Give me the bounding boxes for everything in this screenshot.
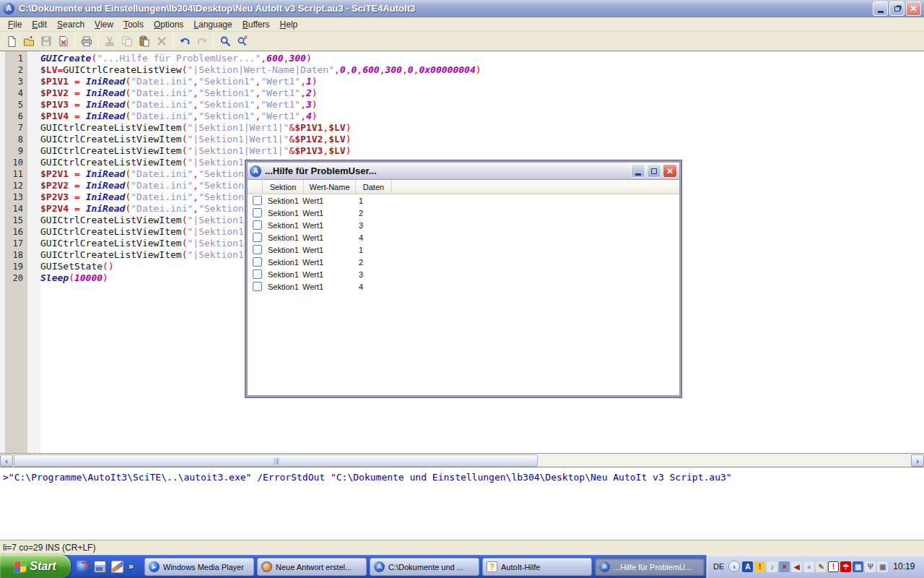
find-button[interactable] [217, 33, 233, 49]
taskbar-button-2[interactable]: Neue Antwort erstel... [257, 558, 367, 576]
cell-wert-name: Wert1 [302, 209, 354, 217]
audio-utility-icon[interactable]: ♪ [767, 561, 777, 572]
close-file-icon [58, 35, 69, 47]
find-replace-button[interactable] [234, 33, 250, 49]
row-checkbox[interactable] [253, 282, 262, 291]
menu-edit[interactable]: Edit [27, 18, 52, 31]
listview-row[interactable]: Sektion1Wert14 [248, 231, 679, 243]
quick-launch-overflow-chevron[interactable]: » [128, 561, 134, 571]
line-number: 6 [5, 111, 27, 122]
close-button[interactable]: ✕ [906, 1, 921, 16]
code-line[interactable]: 2$LV=GUICtrlCreateListView("|Sektion|Wer… [0, 64, 924, 76]
print-button[interactable] [78, 33, 95, 49]
restore-button[interactable] [889, 1, 905, 16]
popup-maximize-button[interactable] [647, 164, 661, 178]
language-indicator[interactable]: DE [711, 561, 726, 572]
code-text: GUISetState() [40, 261, 114, 272]
code-line[interactable]: 7GUICtrlCreateListViewItem("|Sektion1|We… [0, 122, 924, 134]
listview-row[interactable]: Sektion1Wert12 [248, 207, 679, 219]
listview-row[interactable]: Sektion1Wert11 [248, 243, 679, 256]
new-document-icon [6, 35, 17, 47]
scroll-right-button[interactable]: › [911, 454, 924, 467]
code-line[interactable]: 3$P1V1 = IniRead("Datei.ini","Sektion1",… [0, 76, 924, 87]
row-checkbox[interactable] [253, 269, 262, 279]
taskbar-clock[interactable]: 10:19 [893, 561, 915, 571]
listview-row[interactable]: Sektion1Wert12 [248, 256, 679, 268]
taskbar: Start » Windows Media PlayerNeue Antwort… [0, 555, 924, 578]
output-pane[interactable]: >"C:\Programme\AutoIt3\SciTE\..\autoit3.… [0, 467, 924, 540]
popup-close-button[interactable]: ✕ [663, 164, 677, 178]
undo-button[interactable] [176, 33, 193, 49]
listview[interactable]: SektionWert-NameDaten Sektion1Wert11Sekt… [248, 180, 679, 378]
delete-icon [156, 35, 167, 47]
taskbar-button-1[interactable]: Windows Media Player [144, 558, 254, 576]
listview-row[interactable]: Sektion1Wert11 [248, 194, 679, 207]
menu-search[interactable]: Search [52, 18, 90, 31]
wireless-network-icon[interactable]: Ψ [865, 561, 876, 572]
ime-window-icon[interactable]: ▦ [853, 561, 863, 572]
autoit-popup-icon [250, 165, 261, 177]
menu-tools[interactable]: Tools [118, 18, 149, 31]
muted-speaker-icon[interactable]: ● [803, 561, 814, 572]
autoit-tray-icon[interactable]: A [742, 561, 753, 572]
row-checkbox[interactable] [253, 196, 262, 205]
code-line[interactable]: 8GUICtrlCreateListViewItem("|Sektion1|We… [0, 134, 924, 145]
quick-launch-show-desktop-icon[interactable] [94, 561, 106, 573]
row-checkbox[interactable] [253, 245, 262, 254]
column-header-wert-name[interactable]: Wert-Name [304, 180, 356, 194]
quick-launch-media-icon[interactable] [111, 561, 123, 573]
code-line[interactable]: 6$P1V4 = IniRead("Datei.ini","Sektion1",… [0, 111, 924, 122]
start-button[interactable]: Start [0, 555, 71, 578]
tablet-pen-icon[interactable]: ✎ [816, 561, 827, 572]
listview-header-blank[interactable] [248, 180, 263, 194]
taskbar-button-3[interactable]: C:\Dokumente und ... [370, 558, 479, 576]
display-settings-icon[interactable]: ▣ [877, 561, 888, 572]
row-checkbox[interactable] [253, 257, 262, 267]
quick-launch-browser-icon[interactable] [77, 561, 89, 573]
code-line[interactable]: 4$P1V2 = IniRead("Datei.ini","Sektion1",… [0, 87, 924, 99]
open-file-button[interactable] [20, 33, 37, 49]
row-checkbox[interactable] [253, 208, 262, 217]
menu-file[interactable]: File [3, 18, 27, 31]
cell-wert-name: Wert1 [302, 246, 354, 254]
column-header-daten[interactable]: Daten [356, 180, 392, 194]
cell-sektion: Sektion1 [262, 221, 302, 230]
cell-sektion: Sektion1 [262, 197, 302, 205]
column-header-sektion[interactable]: Sektion [263, 180, 304, 194]
scroll-left-button[interactable]: ‹ [0, 454, 13, 467]
code-line[interactable]: 5$P1V3 = IniRead("Datei.ini","Sektion1",… [0, 99, 924, 111]
menu-language[interactable]: Language [188, 18, 237, 31]
volume-icon[interactable]: ◀ [791, 561, 802, 572]
popup-title: ...Hilfe für ProblemUser... [265, 165, 631, 176]
security-shield-icon[interactable]: ! [754, 561, 765, 572]
row-checkbox[interactable] [253, 220, 262, 230]
close-file-button[interactable] [55, 33, 71, 49]
tray-collapse-chevron-icon[interactable]: ‹ [728, 561, 740, 572]
menu-buffers[interactable]: Buffers [237, 18, 275, 31]
menu-help[interactable]: Help [275, 18, 303, 31]
autoit-app-icon [3, 3, 14, 14]
cell-sektion: Sektion1 [262, 270, 302, 279]
alert-icon[interactable]: ! [828, 561, 839, 572]
listview-row[interactable]: Sektion1Wert13 [248, 219, 679, 231]
avira-umbrella-icon[interactable]: ☂ [840, 561, 851, 572]
cut-button [101, 33, 118, 49]
menu-view[interactable]: View [90, 18, 118, 31]
minimize-button[interactable] [873, 1, 888, 16]
cell-sektion: Sektion1 [262, 233, 302, 242]
paste-button[interactable] [136, 33, 152, 49]
listview-row[interactable]: Sektion1Wert14 [248, 280, 679, 293]
taskbar-button-label: C:\Dokumente und ... [388, 563, 463, 571]
code-line[interactable]: 1GUICreate("...Hilfe für ProblemUser..."… [0, 53, 924, 64]
horizontal-scrollbar[interactable]: ‹ › [0, 453, 924, 467]
popup-minimize-button[interactable] [631, 164, 645, 178]
code-line[interactable]: 9GUICtrlCreateListViewItem("|Sektion1|We… [0, 145, 924, 157]
scrollbar-thumb[interactable] [14, 454, 538, 467]
listview-row[interactable]: Sektion1Wert13 [248, 268, 679, 280]
taskbar-button-5[interactable]: ...Hilfe für ProblemU... [595, 558, 705, 576]
network-disconnected-icon[interactable]: × [779, 561, 790, 572]
menu-options[interactable]: Options [149, 18, 188, 31]
taskbar-button-4[interactable]: AutoIt-Hilfe [482, 558, 592, 576]
new-document-button[interactable] [3, 33, 19, 49]
row-checkbox[interactable] [253, 233, 262, 242]
